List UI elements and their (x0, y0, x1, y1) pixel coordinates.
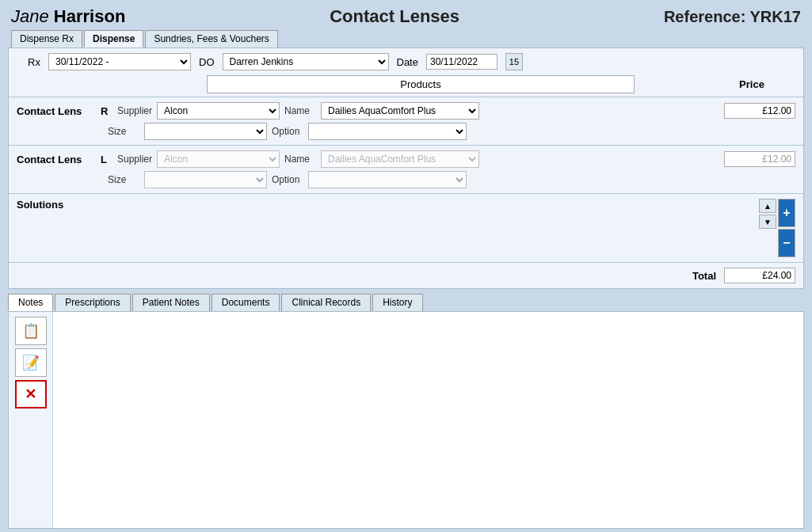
size-l-select[interactable] (144, 171, 267, 188)
tab-dispense[interactable]: Dispense (84, 30, 143, 48)
delete-note-button[interactable]: ✕ (15, 380, 47, 408)
lens-r-title: Contact Lens (17, 105, 96, 117)
option-r-label: Option (272, 126, 303, 137)
supplier-l-label: Supplier (117, 154, 152, 165)
patient-lastname: Harrison (54, 6, 125, 26)
new-note-icon: 📋 (22, 322, 40, 340)
scroll-up-button[interactable]: ▲ (759, 199, 776, 213)
contact-lens-l-section: Contact Lens L Supplier Alcon Name Daili… (9, 145, 803, 193)
page-title: Contact Lenses (330, 6, 459, 27)
do-label: DO (199, 56, 215, 68)
price-r-input[interactable] (724, 103, 795, 119)
name-r-label: Name (284, 105, 316, 116)
notes-text-area (53, 312, 803, 528)
option-l-label: Option (272, 174, 303, 185)
lens-l-side: L (101, 154, 112, 165)
new-note-button[interactable]: 📋 (15, 317, 47, 345)
scroll-down-button[interactable]: ▼ (759, 215, 776, 229)
do-select[interactable]: Darren Jenkins (223, 53, 389, 70)
total-input[interactable] (724, 268, 795, 283)
price-l-input[interactable] (724, 151, 795, 167)
supplier-l-select[interactable]: Alcon (157, 150, 280, 168)
header: Jane Harrison Contact Lenses Reference: … (0, 0, 812, 30)
solutions-controls: ▲ ▼ + − (759, 199, 795, 257)
size-l-label: Size (108, 174, 139, 185)
contact-lens-l-row1: Contact Lens L Supplier Alcon Name Daili… (17, 150, 795, 168)
name-l-select[interactable]: Dailies AquaComfort Plus (321, 150, 479, 168)
supplier-r-select[interactable]: Alcon (157, 102, 280, 120)
tab-prescriptions[interactable]: Prescriptions (55, 294, 130, 311)
content-area: Rx 30/11/2022 - DO Darren Jenkins Date 1… (8, 48, 804, 289)
rx-label: Rx (17, 56, 40, 68)
patient-firstname: Jane (11, 6, 49, 26)
solutions-title: Solutions (17, 199, 63, 211)
tab-history[interactable]: History (372, 294, 422, 311)
rx-select[interactable]: 30/11/2022 - (48, 53, 191, 70)
edit-note-icon: 📝 (22, 354, 40, 371)
calendar-button[interactable]: 15 (505, 53, 523, 70)
bottom-section: Notes Prescriptions Patient Notes Docume… (8, 294, 804, 529)
total-row: Total (9, 262, 803, 288)
contact-lens-r-section: Contact Lens R Supplier Alcon Name Daili… (9, 97, 803, 145)
price-header: Price (716, 78, 795, 90)
size-r-label: Size (108, 126, 139, 137)
reference-label: Reference: (664, 8, 745, 25)
remove-solution-button[interactable]: − (778, 229, 795, 257)
size-r-select[interactable] (144, 123, 267, 140)
bottom-tab-bar: Notes Prescriptions Patient Notes Docume… (8, 294, 804, 311)
supplier-r-label: Supplier (117, 105, 152, 116)
name-l-label: Name (284, 154, 316, 165)
edit-note-button[interactable]: 📝 (15, 348, 47, 377)
main-container: Jane Harrison Contact Lenses Reference: … (0, 0, 812, 532)
tab-dispense-rx[interactable]: Dispense Rx (11, 30, 82, 48)
solutions-section: Solutions ▲ ▼ + − (9, 193, 803, 262)
option-l-select[interactable] (308, 171, 467, 188)
add-solution-button[interactable]: + (778, 199, 795, 227)
lens-l-title: Contact Lens (17, 154, 96, 165)
delete-note-icon: ✕ (25, 386, 36, 403)
tab-patient-notes[interactable]: Patient Notes (132, 294, 210, 311)
action-column: + − (778, 199, 795, 257)
lens-r-side: R (101, 105, 112, 117)
reference-value: YRK17 (750, 8, 801, 25)
contact-lens-l-row2: Size Option (17, 171, 795, 188)
bottom-content: 📋 📝 ✕ (8, 311, 804, 529)
products-button[interactable]: Products (207, 75, 635, 93)
contact-lens-r-row2: Size Option (17, 123, 795, 140)
tab-sundries[interactable]: Sundries, Fees & Vouchers (145, 30, 277, 48)
scroll-column: ▲ ▼ (759, 199, 776, 257)
products-area: Products Price (9, 75, 803, 97)
notes-sidebar: 📋 📝 ✕ (9, 312, 53, 528)
tab-documents[interactable]: Documents (212, 294, 280, 311)
reference: Reference: YRK17 (664, 8, 801, 26)
rx-row: Rx 30/11/2022 - DO Darren Jenkins Date 1… (9, 48, 803, 75)
contact-lens-r-row1: Contact Lens R Supplier Alcon Name Daili… (17, 102, 795, 120)
name-r-select[interactable]: Dailies AquaComfort Plus (321, 102, 479, 120)
option-r-select[interactable] (308, 123, 467, 140)
top-tab-bar: Dispense Rx Dispense Sundries, Fees & Vo… (0, 30, 812, 48)
date-label: Date (397, 56, 418, 68)
patient-name: Jane Harrison (11, 6, 125, 27)
date-input[interactable] (426, 54, 497, 70)
tab-notes[interactable]: Notes (8, 294, 53, 311)
total-label: Total (692, 270, 716, 282)
tab-clinical-records[interactable]: Clinical Records (281, 294, 371, 311)
